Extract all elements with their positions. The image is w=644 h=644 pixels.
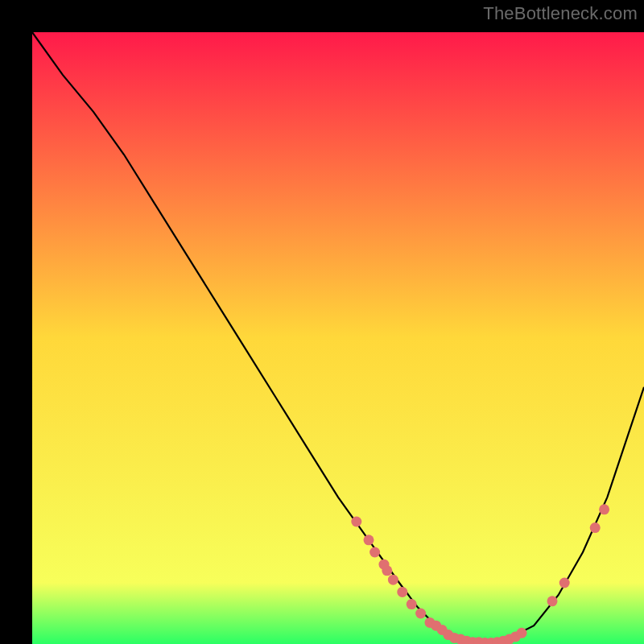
scatter-dot [397, 587, 407, 597]
scatter-dot [388, 575, 398, 585]
scatter-dot [407, 599, 417, 609]
chart-frame [16, 16, 628, 628]
scatter-dot [547, 596, 558, 606]
scatter-dot [382, 565, 392, 576]
scatter-dot [599, 504, 609, 514]
scatter-dot [559, 578, 570, 588]
scatter-dot [517, 628, 527, 638]
chart-canvas [32, 32, 644, 644]
scatter-dot [590, 522, 601, 533]
scatter-dot [364, 535, 374, 545]
scatter-dot [415, 609, 426, 619]
chart-background [32, 32, 644, 644]
scatter-dot [369, 547, 380, 558]
watermark-label: TheBottleneck.com [483, 3, 638, 24]
scatter-dot [351, 517, 361, 527]
